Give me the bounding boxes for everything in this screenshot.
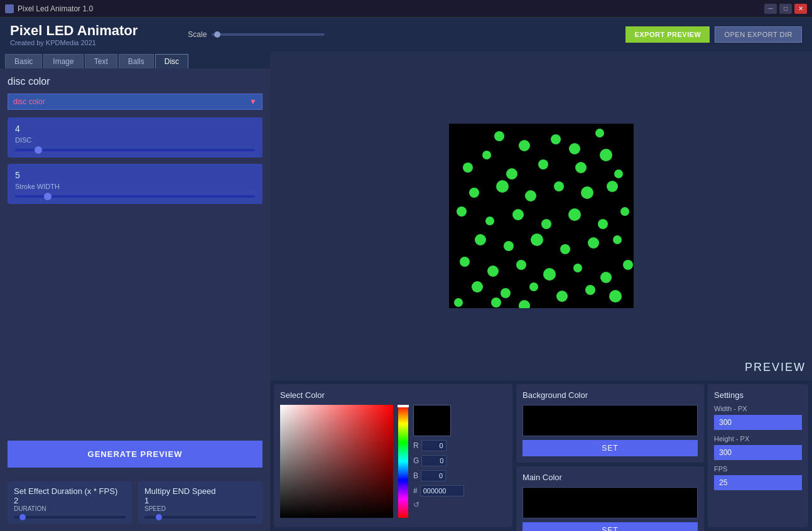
- export-buttons: EXPORT PREVIEW OPEN EXPORT DIR: [625, 26, 802, 43]
- g-label: G: [413, 456, 419, 465]
- left-content: disc color disc color ▼ 4 DISC 5 Stroke …: [0, 68, 270, 481]
- preview-dot: [472, 281, 483, 292]
- preview-dot: [506, 168, 517, 180]
- disc-slider-track[interactable]: [15, 149, 255, 151]
- export-preview-button[interactable]: EXPORT PREVIEW: [625, 26, 710, 43]
- disc-color-title: disc color: [8, 76, 263, 87]
- b-input[interactable]: [421, 470, 446, 481]
- preview-dot: [613, 235, 622, 244]
- left-panel: Basic Image Text Balls Disc disc color d…: [0, 51, 270, 531]
- preview-dot: [454, 298, 463, 307]
- stroke-width-slider-track[interactable]: [15, 195, 255, 198]
- dropdown-arrow-icon: ▼: [249, 97, 257, 106]
- stroke-width-value: 5: [15, 170, 255, 180]
- color-preview-block: R G B #: [413, 405, 464, 524]
- preview-dot: [519, 140, 530, 151]
- speed-slider-track[interactable]: [144, 516, 256, 518]
- gradient-dark-overlay: [280, 405, 393, 518]
- hash-input[interactable]: [420, 485, 464, 496]
- background-color-set-button[interactable]: SET: [522, 440, 698, 456]
- preview-dot: [463, 163, 473, 173]
- tab-disc[interactable]: Disc: [155, 54, 188, 68]
- main-color-panel: Main Color SET: [516, 466, 704, 531]
- hash-row: #: [413, 485, 464, 496]
- tab-basic[interactable]: Basic: [5, 54, 42, 68]
- preview-dot: [516, 260, 526, 270]
- disc-color-dropdown[interactable]: disc color ▼: [8, 94, 263, 110]
- height-input[interactable]: [714, 445, 802, 460]
- preview-dot: [585, 285, 595, 295]
- disc-slider-thumb: [35, 146, 42, 154]
- preview-dot: [501, 288, 511, 298]
- duration-value: 2: [14, 496, 126, 505]
- height-label: Height - PX: [714, 435, 802, 442]
- preview-dot: [469, 188, 479, 198]
- stroke-width-slider-card: 5 Stroke WIDTH: [8, 164, 263, 204]
- fps-input[interactable]: [714, 475, 802, 490]
- preview-dot: [607, 181, 618, 192]
- maximize-button[interactable]: □: [779, 4, 792, 14]
- settings-panel: Settings Width - PX Height - PX FPS: [708, 384, 808, 527]
- title-bar-controls: ─ □ ✕: [764, 4, 807, 14]
- duration-label: Set Effect Duration (x * FPS): [14, 486, 126, 496]
- preview-dot: [595, 129, 604, 137]
- dropdown-value: disc color: [13, 97, 45, 106]
- preview-dot: [560, 244, 570, 254]
- preview-dot: [494, 131, 504, 141]
- rotate-icon[interactable]: ↺: [413, 500, 464, 509]
- preview-dot: [531, 233, 543, 246]
- right-area: PREVIEW Select Color: [270, 51, 812, 531]
- preview-label: PREVIEW: [745, 361, 806, 374]
- hue-bar[interactable]: [398, 405, 408, 518]
- tab-balls[interactable]: Balls: [119, 54, 154, 68]
- open-export-dir-button[interactable]: OPEN EXPORT DIR: [715, 26, 802, 43]
- color-picker-panel: Select Color R: [274, 384, 512, 527]
- preview-dot: [496, 180, 509, 193]
- width-input[interactable]: [714, 415, 802, 430]
- preview-dot: [485, 217, 494, 225]
- preview-dot: [519, 300, 530, 308]
- title-bar-title: Pixel Led Animator 1.0: [18, 4, 93, 13]
- preview-dot: [512, 209, 524, 220]
- hue-thumb: [398, 405, 409, 407]
- preview-dot: [620, 207, 629, 216]
- scale-slider-thumb: [214, 31, 220, 38]
- disc-value: 4: [15, 124, 255, 134]
- top-header: Pixel LED Animator Created by KPDMedia 2…: [0, 18, 812, 51]
- speed-slider-label: SPEED: [144, 505, 256, 512]
- preview-dot: [529, 282, 538, 291]
- title-bar-left: Pixel Led Animator 1.0: [5, 4, 93, 13]
- color-picker-gradient[interactable]: [280, 405, 393, 518]
- hash-symbol: #: [413, 486, 418, 495]
- preview-dot: [482, 151, 491, 159]
- preview-dot: [623, 260, 633, 270]
- duration-slider-track[interactable]: [14, 516, 126, 518]
- tab-text[interactable]: Text: [85, 54, 117, 68]
- minimize-button[interactable]: ─: [764, 4, 777, 14]
- r-input[interactable]: [421, 440, 447, 451]
- main-color-set-button[interactable]: SET: [522, 522, 698, 531]
- preview-dot: [487, 266, 499, 277]
- preview-dot: [554, 181, 564, 191]
- preview-dot: [573, 264, 582, 272]
- g-input[interactable]: [421, 455, 447, 466]
- speed-label: Multipy END Speed: [144, 486, 256, 496]
- preview-dot: [569, 143, 580, 154]
- app-subtitle: Created by KPDMedia 2021: [10, 39, 138, 46]
- tab-image[interactable]: Image: [43, 54, 83, 68]
- preview-dot: [538, 159, 548, 169]
- speed-value: 1: [144, 496, 256, 505]
- g-row: G: [413, 455, 464, 466]
- generate-preview-button[interactable]: GENERATE PREVIEW: [8, 441, 263, 468]
- preview-dot: [543, 268, 556, 281]
- preview-dot: [600, 272, 612, 283]
- scale-slider[interactable]: [212, 33, 325, 36]
- width-label: Width - PX: [714, 405, 802, 412]
- speed-slider-thumb: [156, 514, 162, 520]
- title-bar: Pixel Led Animator 1.0 ─ □ ✕: [0, 0, 812, 18]
- app-icon: [5, 4, 14, 13]
- color-swatch-preview: [413, 405, 451, 436]
- preview-section: PREVIEW: [270, 51, 812, 380]
- background-color-title: Background Color: [522, 390, 698, 400]
- close-button[interactable]: ✕: [794, 4, 807, 14]
